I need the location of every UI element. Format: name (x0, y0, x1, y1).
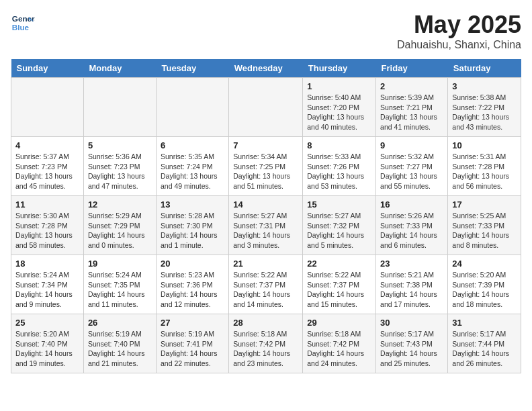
day-number: 2 (380, 81, 443, 91)
day-number: 26 (88, 318, 152, 328)
day-cell: 14Sunrise: 5:27 AMSunset: 7:31 PMDayligh… (229, 196, 303, 255)
day-cell: 24Sunrise: 5:20 AMSunset: 7:39 PMDayligh… (448, 255, 521, 314)
day-info: Sunrise: 5:25 AMSunset: 7:33 PMDaylight:… (452, 211, 517, 250)
title-area: May 2025 Dahuaishu, Shanxi, China (397, 11, 521, 51)
day-number: 14 (233, 199, 298, 210)
day-cell (11, 78, 84, 137)
day-cell: 13Sunrise: 5:28 AMSunset: 7:30 PMDayligh… (156, 196, 228, 255)
day-number: 3 (452, 81, 517, 91)
week-row-4: 18Sunrise: 5:24 AMSunset: 7:34 PMDayligh… (11, 255, 521, 314)
day-number: 19 (88, 259, 152, 269)
day-info: Sunrise: 5:30 AMSunset: 7:28 PMDaylight:… (15, 211, 79, 250)
day-info: Sunrise: 5:19 AMSunset: 7:40 PMDaylight:… (88, 329, 152, 369)
subtitle: Dahuaishu, Shanxi, China (397, 39, 521, 51)
day-number: 17 (452, 199, 517, 210)
day-number: 13 (161, 199, 224, 210)
day-cell: 12Sunrise: 5:29 AMSunset: 7:29 PMDayligh… (83, 196, 156, 255)
day-number: 5 (88, 140, 152, 150)
day-number: 8 (307, 140, 371, 150)
day-cell: 31Sunrise: 5:17 AMSunset: 7:44 PMDayligh… (448, 314, 521, 373)
svg-text:Blue: Blue (12, 23, 30, 32)
header-area: General Blue General Blue May 2025 Dahua… (11, 11, 521, 51)
day-number: 9 (380, 140, 443, 150)
day-number: 31 (452, 318, 517, 328)
day-cell (83, 78, 156, 137)
day-number: 6 (161, 140, 224, 150)
day-info: Sunrise: 5:22 AMSunset: 7:37 PMDaylight:… (307, 270, 371, 310)
col-monday: Monday (83, 59, 156, 78)
main-title: May 2025 (397, 11, 521, 39)
day-cell: 22Sunrise: 5:22 AMSunset: 7:37 PMDayligh… (303, 255, 376, 314)
day-cell: 9Sunrise: 5:32 AMSunset: 7:27 PMDaylight… (376, 137, 448, 196)
day-cell: 16Sunrise: 5:26 AMSunset: 7:33 PMDayligh… (376, 196, 448, 255)
day-number: 18 (15, 259, 79, 269)
day-cell: 15Sunrise: 5:27 AMSunset: 7:32 PMDayligh… (303, 196, 376, 255)
day-cell: 8Sunrise: 5:33 AMSunset: 7:26 PMDaylight… (303, 137, 376, 196)
day-info: Sunrise: 5:19 AMSunset: 7:41 PMDaylight:… (161, 329, 224, 369)
day-info: Sunrise: 5:26 AMSunset: 7:33 PMDaylight:… (380, 211, 443, 250)
day-info: Sunrise: 5:38 AMSunset: 7:22 PMDaylight:… (452, 93, 517, 132)
logo-icon: General Blue (11, 11, 35, 35)
day-number: 27 (161, 318, 224, 328)
day-info: Sunrise: 5:29 AMSunset: 7:29 PMDaylight:… (88, 211, 152, 250)
day-cell: 2Sunrise: 5:39 AMSunset: 7:21 PMDaylight… (376, 78, 448, 137)
col-friday: Friday (376, 59, 448, 78)
day-info: Sunrise: 5:32 AMSunset: 7:27 PMDaylight:… (380, 152, 443, 191)
day-info: Sunrise: 5:24 AMSunset: 7:35 PMDaylight:… (88, 270, 152, 310)
day-number: 20 (161, 259, 224, 269)
day-number: 21 (233, 259, 298, 269)
day-cell: 10Sunrise: 5:31 AMSunset: 7:28 PMDayligh… (448, 137, 521, 196)
day-cell: 7Sunrise: 5:34 AMSunset: 7:25 PMDaylight… (229, 137, 303, 196)
day-number: 11 (15, 199, 79, 210)
col-thursday: Thursday (303, 59, 376, 78)
day-number: 7 (233, 140, 298, 150)
day-number: 22 (307, 259, 371, 269)
day-info: Sunrise: 5:21 AMSunset: 7:38 PMDaylight:… (380, 270, 443, 310)
col-tuesday: Tuesday (156, 59, 228, 78)
day-cell: 26Sunrise: 5:19 AMSunset: 7:40 PMDayligh… (83, 314, 156, 373)
day-number: 15 (307, 199, 371, 210)
day-info: Sunrise: 5:18 AMSunset: 7:42 PMDaylight:… (307, 329, 371, 369)
day-info: Sunrise: 5:28 AMSunset: 7:30 PMDaylight:… (161, 211, 224, 250)
col-saturday: Saturday (448, 59, 521, 78)
day-cell: 20Sunrise: 5:23 AMSunset: 7:36 PMDayligh… (156, 255, 228, 314)
svg-text:General: General (12, 14, 35, 23)
day-info: Sunrise: 5:18 AMSunset: 7:42 PMDaylight:… (233, 329, 298, 369)
day-number: 29 (307, 318, 371, 328)
day-number: 23 (380, 259, 443, 269)
day-cell: 28Sunrise: 5:18 AMSunset: 7:42 PMDayligh… (229, 314, 303, 373)
day-info: Sunrise: 5:34 AMSunset: 7:25 PMDaylight:… (233, 152, 298, 191)
col-sunday: Sunday (11, 59, 84, 78)
day-info: Sunrise: 5:33 AMSunset: 7:26 PMDaylight:… (307, 152, 371, 191)
day-info: Sunrise: 5:27 AMSunset: 7:31 PMDaylight:… (233, 211, 298, 250)
day-info: Sunrise: 5:37 AMSunset: 7:23 PMDaylight:… (15, 152, 79, 191)
day-info: Sunrise: 5:39 AMSunset: 7:21 PMDaylight:… (380, 93, 443, 132)
day-cell: 4Sunrise: 5:37 AMSunset: 7:23 PMDaylight… (11, 137, 84, 196)
day-cell: 1Sunrise: 5:40 AMSunset: 7:20 PMDaylight… (303, 78, 376, 137)
day-cell (156, 78, 228, 137)
day-info: Sunrise: 5:20 AMSunset: 7:40 PMDaylight:… (15, 329, 79, 369)
day-info: Sunrise: 5:22 AMSunset: 7:37 PMDaylight:… (233, 270, 298, 310)
col-wednesday: Wednesday (229, 59, 303, 78)
day-number: 16 (380, 199, 443, 210)
day-info: Sunrise: 5:24 AMSunset: 7:34 PMDaylight:… (15, 270, 79, 310)
day-cell: 6Sunrise: 5:35 AMSunset: 7:24 PMDaylight… (156, 137, 228, 196)
day-number: 25 (15, 318, 79, 328)
day-info: Sunrise: 5:31 AMSunset: 7:28 PMDaylight:… (452, 152, 517, 191)
day-cell: 27Sunrise: 5:19 AMSunset: 7:41 PMDayligh… (156, 314, 228, 373)
week-row-1: 1Sunrise: 5:40 AMSunset: 7:20 PMDaylight… (11, 78, 521, 137)
day-number: 12 (88, 199, 152, 210)
calendar-table: Sunday Monday Tuesday Wednesday Thursday… (11, 59, 521, 373)
day-cell: 29Sunrise: 5:18 AMSunset: 7:42 PMDayligh… (303, 314, 376, 373)
day-cell: 3Sunrise: 5:38 AMSunset: 7:22 PMDaylight… (448, 78, 521, 137)
day-cell: 30Sunrise: 5:17 AMSunset: 7:43 PMDayligh… (376, 314, 448, 373)
logo: General Blue General Blue (11, 11, 35, 35)
day-number: 24 (452, 259, 517, 269)
day-number: 10 (452, 140, 517, 150)
day-info: Sunrise: 5:23 AMSunset: 7:36 PMDaylight:… (161, 270, 224, 310)
day-number: 4 (15, 140, 79, 150)
day-number: 1 (307, 81, 371, 91)
day-cell: 17Sunrise: 5:25 AMSunset: 7:33 PMDayligh… (448, 196, 521, 255)
week-row-2: 4Sunrise: 5:37 AMSunset: 7:23 PMDaylight… (11, 137, 521, 196)
day-cell: 23Sunrise: 5:21 AMSunset: 7:38 PMDayligh… (376, 255, 448, 314)
